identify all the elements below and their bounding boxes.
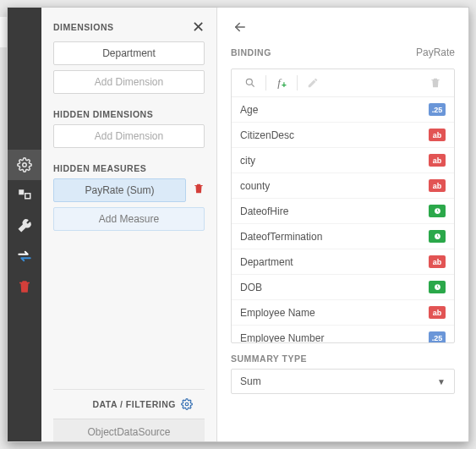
field-item[interactable]: DateofHire xyxy=(232,199,454,224)
side-toolbar xyxy=(8,8,41,441)
field-type-badge: .25 xyxy=(429,331,446,342)
field-list[interactable]: Age.25CitizenDescabcityabcountyabDateofH… xyxy=(232,97,454,342)
field-label: Employee Name xyxy=(240,307,315,319)
remove-measure-icon[interactable] xyxy=(193,183,205,198)
divider xyxy=(265,75,266,90)
field-label: Age xyxy=(240,104,258,116)
search-icon[interactable] xyxy=(238,74,262,91)
field-label: DateofHire xyxy=(240,205,288,217)
field-type-badge: ab xyxy=(429,129,446,141)
field-type-badge xyxy=(429,281,446,293)
layout-icon[interactable] xyxy=(8,180,41,211)
delete-field-icon[interactable] xyxy=(424,74,447,91)
add-hidden-dimension-button[interactable]: Add Dimension xyxy=(53,124,205,148)
trash-icon[interactable] xyxy=(8,271,41,302)
svg-point-3 xyxy=(185,402,189,406)
data-filtering-header[interactable]: DATA / FILTERING xyxy=(53,390,205,419)
field-label: city xyxy=(240,155,255,167)
field-item[interactable]: DOB xyxy=(232,275,454,300)
svg-rect-2 xyxy=(25,194,30,199)
editor-popup: DIMENSIONS ✕ Department Add Dimension HI… xyxy=(7,7,469,442)
svg-point-4 xyxy=(246,79,252,85)
add-calculated-field-icon[interactable]: f+ xyxy=(270,74,293,91)
edit-icon[interactable] xyxy=(301,74,325,91)
field-item[interactable]: Employee Nameab xyxy=(232,300,454,326)
close-icon[interactable]: ✕ xyxy=(192,19,205,35)
field-type-badge: .25 xyxy=(429,103,446,116)
summary-type-select[interactable]: Sum ▼ xyxy=(231,369,455,394)
binding-value: PayRate xyxy=(416,47,455,58)
field-label: DateofTermination xyxy=(240,231,322,243)
binding-label: BINDING xyxy=(231,47,271,57)
field-item[interactable]: cityab xyxy=(232,148,454,173)
field-type-badge: ab xyxy=(429,179,446,192)
binding-panel: BINDING PayRate f+ Age.25CitizenDescabci… xyxy=(217,8,468,441)
svg-point-0 xyxy=(23,163,27,167)
field-type-badge xyxy=(429,230,446,243)
field-picker: f+ Age.25CitizenDescabcityabcountyabDate… xyxy=(231,68,455,343)
transfer-icon[interactable] xyxy=(8,241,41,271)
summary-type-value: Sum xyxy=(240,375,261,387)
field-toolbar: f+ xyxy=(232,69,454,97)
field-label: DOB xyxy=(240,282,262,293)
gear-icon xyxy=(181,398,193,410)
field-type-badge xyxy=(429,205,446,217)
divider xyxy=(297,75,298,90)
dimensions-heading: DIMENSIONS xyxy=(53,22,114,32)
field-type-badge: ab xyxy=(429,154,446,167)
field-label: Employee Number xyxy=(240,332,324,343)
dimensions-panel: DIMENSIONS ✕ Department Add Dimension HI… xyxy=(41,8,217,441)
data-source-row[interactable]: ObjectDataSource xyxy=(53,419,205,441)
wrench-icon[interactable] xyxy=(8,211,41,241)
field-type-badge: ab xyxy=(429,255,446,268)
field-label: Department xyxy=(240,256,293,268)
field-item[interactable]: Age.25 xyxy=(232,97,454,123)
add-dimension-button[interactable]: Add Dimension xyxy=(53,70,205,94)
field-item[interactable]: Departmentab xyxy=(232,249,454,275)
field-item[interactable]: CitizenDescab xyxy=(232,123,454,148)
data-filtering-label: DATA / FILTERING xyxy=(92,399,176,409)
add-measure-button[interactable]: Add Measure xyxy=(53,207,205,231)
hidden-dimensions-heading: HIDDEN DIMENSIONS xyxy=(53,109,205,119)
dimension-item[interactable]: Department xyxy=(53,41,205,65)
field-type-badge: ab xyxy=(429,306,446,319)
summary-type-section: SUMMARY TYPE Sum ▼ xyxy=(217,343,468,408)
summary-type-label: SUMMARY TYPE xyxy=(231,353,455,364)
settings-icon[interactable] xyxy=(8,150,41,180)
hidden-measure-item[interactable]: PayRate (Sum) xyxy=(53,178,186,202)
field-label: county xyxy=(240,180,270,192)
field-item[interactable]: countyab xyxy=(232,173,454,199)
field-label: CitizenDesc xyxy=(240,129,294,141)
svg-rect-1 xyxy=(19,189,24,194)
field-item[interactable]: DateofTermination xyxy=(232,224,454,249)
chevron-down-icon: ▼ xyxy=(437,377,446,386)
hidden-measures-heading: HIDDEN MEASURES xyxy=(53,163,205,173)
field-item[interactable]: Employee Number.25 xyxy=(232,326,454,342)
back-icon[interactable] xyxy=(231,18,249,36)
